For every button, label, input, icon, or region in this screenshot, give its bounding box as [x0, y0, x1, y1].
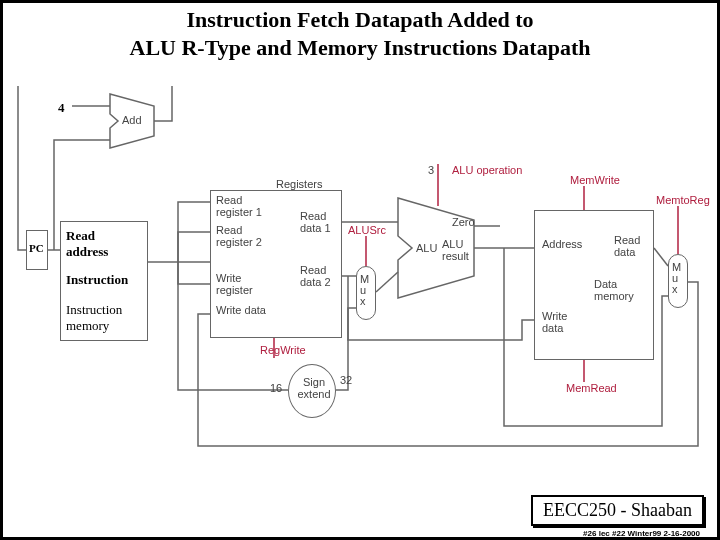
memwrite-label: MemWrite — [570, 174, 620, 186]
dmem-rd-label: Read data — [614, 234, 650, 258]
se-in-label: 16 — [270, 382, 282, 394]
slide-meta: #26 lec #22 Winter99 2-16-2000 — [583, 529, 700, 538]
regwrite-label: RegWrite — [260, 344, 306, 356]
const-4-label: 4 — [58, 100, 65, 116]
dmem-wd-label: Write data — [542, 310, 582, 334]
pc-label: PC — [29, 242, 44, 254]
imem-name-label: Instruction memory — [66, 302, 146, 334]
memtoreg-label: MemtoReg — [656, 194, 710, 206]
se-out-label: 32 — [340, 374, 352, 386]
wr-label: Write register — [216, 272, 276, 296]
alu-result-label: ALU result — [442, 238, 476, 262]
signext-label: Sign extend — [296, 376, 332, 400]
rr1-label: Read register 1 — [216, 194, 276, 218]
mux2-label: M u x — [672, 262, 684, 295]
dmem-addr-label: Address — [542, 238, 582, 250]
add-label: Add — [122, 114, 142, 126]
aluop-label: ALU operation — [452, 164, 522, 176]
rd2-label: Read data 2 — [300, 264, 340, 288]
slide-footer: EECC250 - Shaaban — [531, 495, 704, 526]
imem-addr-label: Read address — [66, 228, 126, 260]
alu-label: ALU — [416, 242, 437, 254]
memread-label: MemRead — [566, 382, 617, 394]
alusrc-label: ALUSrc — [348, 224, 386, 236]
registers-label: Registers — [276, 178, 322, 190]
svg-line-11 — [376, 272, 398, 292]
zero-label: Zero — [452, 216, 475, 228]
datapath-diagram: PC 4 Add Read address Instruction Instru… — [14, 86, 706, 466]
rr2-label: Read register 2 — [216, 224, 276, 248]
wd-label: Write data — [216, 304, 276, 316]
mux1-label: M u x — [360, 274, 372, 307]
svg-line-13 — [654, 248, 668, 266]
imem-instr-label: Instruction — [66, 272, 128, 288]
aluop-width-label: 3 — [428, 164, 434, 176]
dmem-name-label: Data memory — [594, 278, 644, 302]
rd1-label: Read data 1 — [300, 210, 340, 234]
